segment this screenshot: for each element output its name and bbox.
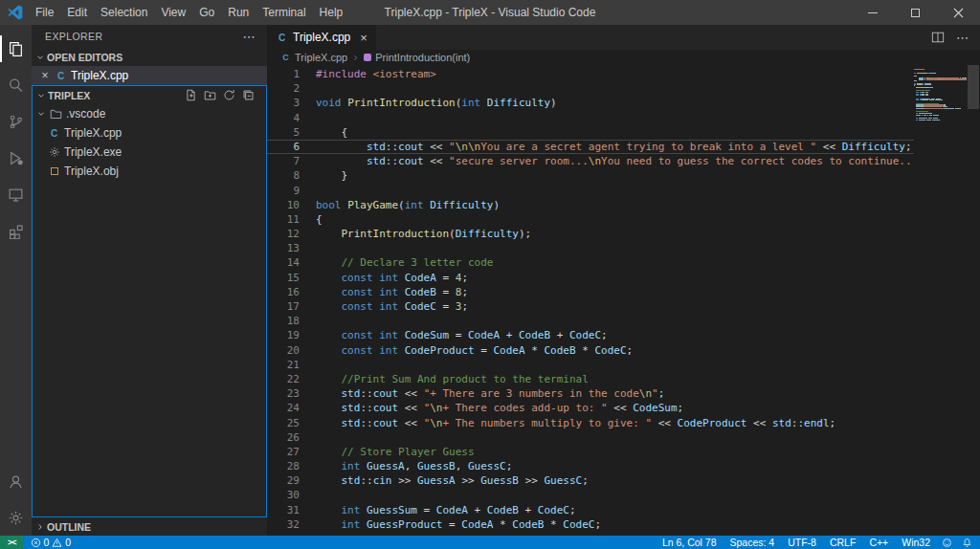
tree-item--vscode[interactable]: .vscode	[33, 104, 266, 123]
code-line-6[interactable]: 6 std::cout << "\n\nYou are a secret age…	[267, 140, 914, 154]
code-text[interactable]: // Declare 3 letter code	[316, 255, 914, 270]
code-text[interactable]: void PrintIntroduction(int Difficulty)	[316, 96, 914, 110]
code-line-12[interactable]: 12 PrintIntroduction(Difficulty);	[267, 227, 914, 241]
line-number[interactable]: 3	[267, 96, 316, 110]
line-number[interactable]: 13	[267, 241, 316, 255]
menu-selection[interactable]: Selection	[94, 0, 154, 25]
code-text[interactable]: const int CodeProduct = CodeA * CodeB * …	[316, 343, 914, 358]
code-line-26[interactable]: 26	[267, 430, 914, 445]
line-number[interactable]: 8	[267, 168, 316, 183]
line-number[interactable]: 7	[267, 154, 316, 168]
remote-indicator[interactable]: ><	[0, 536, 24, 549]
line-number[interactable]: 4	[267, 111, 316, 125]
code-text[interactable]: int GuessA, GuessB, GuessC;	[316, 459, 914, 473]
minimap[interactable]	[914, 69, 967, 121]
line-number[interactable]: 22	[267, 372, 316, 386]
code-line-8[interactable]: 8 }	[267, 168, 914, 183]
code-text[interactable]: const int CodeSum = CodeA + CodeB + Code…	[316, 328, 914, 342]
code-text[interactable]: int GuessProduct = CodeA * CodeB * CodeC…	[316, 517, 914, 532]
editor-scrollbar[interactable]	[967, 65, 980, 536]
more-actions-icon[interactable]: ⋯	[956, 31, 969, 45]
new-file-icon[interactable]	[185, 89, 197, 101]
code-line-4[interactable]: 4	[267, 111, 914, 125]
line-number[interactable]: 27	[267, 445, 316, 459]
breadcrumb-item[interactable]: CTripleX.cpp	[280, 52, 347, 63]
code-text[interactable]	[316, 430, 914, 445]
line-number[interactable]: 21	[267, 358, 316, 372]
status-c++[interactable]: C++	[862, 537, 895, 548]
code-line-29[interactable]: 29 std::cin >> GuessA >> GuessB >> Guess…	[267, 473, 914, 488]
close-icon[interactable]: ×	[39, 69, 51, 82]
activity-item-search[interactable]	[0, 67, 32, 103]
code-line-27[interactable]: 27 // Store Player Guess	[267, 445, 914, 459]
tree-item-triplex-exe[interactable]: TripleX.exe	[33, 143, 266, 162]
code-text[interactable]: // Store Player Guess	[316, 445, 914, 459]
line-number[interactable]: 31	[267, 503, 316, 517]
explorer-actions-icon[interactable]: ⋯	[243, 30, 256, 44]
line-number[interactable]: 20	[267, 343, 316, 358]
menu-help[interactable]: Help	[313, 0, 350, 25]
activity-item-extensions[interactable]	[0, 212, 32, 249]
code-text[interactable]: int GuessSum = CodeA + CodeB + CodeC;	[316, 503, 914, 517]
code-text[interactable]: //Print Sum And product to the terminal	[316, 372, 914, 386]
code-line-22[interactable]: 22 //Print Sum And product to the termin…	[267, 372, 914, 386]
menu-view[interactable]: View	[154, 0, 192, 25]
menu-file[interactable]: File	[29, 0, 60, 25]
code-line-32[interactable]: 32 int GuessProduct = CodeA * CodeB * Co…	[267, 517, 914, 532]
code-line-25[interactable]: 25 std::cout << "\n+ The numbers multipl…	[267, 416, 914, 430]
code-text[interactable]	[316, 358, 914, 372]
activity-item-account[interactable]	[0, 463, 32, 499]
code-text[interactable]: #include <iostream>	[316, 67, 914, 81]
line-number[interactable]: 12	[267, 227, 316, 241]
code-line-3[interactable]: 3void PrintIntroduction(int Difficulty)	[267, 96, 914, 110]
code-text[interactable]: std::cin >> GuessA >> GuessB >> GuessC;	[316, 473, 914, 488]
activity-item-remote-explorer[interactable]	[0, 176, 32, 212]
line-number[interactable]: 2	[267, 81, 316, 96]
code-text[interactable]: const int CodeB = 8;	[316, 285, 914, 299]
line-number[interactable]: 1	[267, 67, 316, 81]
line-number[interactable]: 11	[267, 212, 316, 227]
code-text[interactable]: }	[316, 168, 914, 183]
code-text[interactable]: std::cout << "\n+ The numbers multiply t…	[316, 416, 914, 430]
line-number[interactable]: 19	[267, 328, 316, 342]
tab-triplex-cpp[interactable]: C TripleX.cpp ×	[267, 25, 376, 50]
line-number[interactable]: 29	[267, 473, 316, 488]
tab-close-icon[interactable]: ×	[360, 31, 368, 45]
breadcrumb-item[interactable]: PrintIntroduction(int)	[364, 52, 470, 63]
code-text[interactable]	[316, 111, 914, 125]
line-number[interactable]: 9	[267, 184, 316, 198]
code-line-30[interactable]: 30	[267, 488, 914, 502]
code-line-17[interactable]: 17 const int CodeC = 3;	[267, 299, 914, 314]
menu-run[interactable]: Run	[221, 0, 256, 25]
code-line-31[interactable]: 31 int GuessSum = CodeA + CodeB + CodeC;	[267, 503, 914, 517]
code-text[interactable]: std::cout << "\n\nYou are a secret agent…	[316, 140, 914, 154]
menu-go[interactable]: Go	[192, 0, 221, 25]
code-text[interactable]: {	[316, 125, 914, 140]
code-line-10[interactable]: 10bool PlayGame(int Difficulty)	[267, 198, 914, 212]
line-number[interactable]: 28	[267, 459, 316, 473]
line-number[interactable]: 10	[267, 198, 316, 212]
activity-item-source-control[interactable]	[0, 103, 32, 140]
code-text[interactable]	[316, 488, 914, 502]
code-text[interactable]: std::cout << "\n+ There codes add-up to:…	[316, 401, 914, 415]
project-header[interactable]: TRIPLEX	[33, 86, 266, 104]
menu-terminal[interactable]: Terminal	[256, 0, 312, 25]
code-text[interactable]	[316, 241, 914, 255]
open-editors-header[interactable]: OPEN EDITORS	[32, 48, 267, 66]
open-editor-item[interactable]: ×CTripleX.cpp	[32, 66, 267, 85]
code-text[interactable]: std::cout << "secure server room...\nYou…	[316, 154, 914, 168]
activity-item-explorer[interactable]	[0, 31, 32, 67]
code-text[interactable]	[316, 81, 914, 96]
collapse-all-icon[interactable]	[242, 89, 255, 101]
line-number[interactable]: 26	[267, 430, 316, 445]
line-number[interactable]: 15	[267, 271, 316, 285]
status-win32[interactable]: Win32	[895, 537, 937, 548]
code-text[interactable]: PrintIntroduction(Difficulty);	[316, 227, 914, 241]
code-line-21[interactable]: 21	[267, 358, 914, 372]
line-number[interactable]: 24	[267, 401, 316, 415]
code-text[interactable]	[316, 314, 914, 328]
menu-edit[interactable]: Edit	[60, 0, 94, 25]
code-line-11[interactable]: 11{	[267, 212, 914, 227]
line-number[interactable]: 32	[267, 517, 316, 532]
status-crlf[interactable]: CRLF	[823, 537, 862, 548]
